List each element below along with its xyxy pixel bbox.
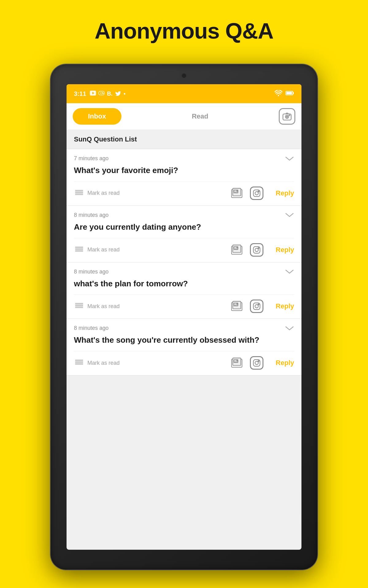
question-meta: 8 minutes ago: [74, 212, 294, 218]
question-meta: 7 minutes ago: [74, 155, 294, 162]
mark-read-button[interactable]: Mark as read: [74, 302, 231, 311]
stack-icon: [74, 189, 85, 198]
status-time: 3:11: [74, 90, 86, 97]
question-actions: Mark as read: [74, 181, 294, 205]
stack-icon: [74, 302, 85, 311]
svg-point-5: [102, 92, 103, 93]
battery-icon: [286, 91, 294, 97]
question-actions: Mark as read: [74, 238, 294, 262]
question-time: 8 minutes ago: [74, 212, 109, 218]
status-bar: 3:11: [67, 84, 301, 103]
svg-rect-28: [75, 247, 83, 248]
svg-point-14: [289, 115, 290, 116]
svg-point-55: [237, 360, 238, 361]
svg-rect-9: [286, 92, 292, 94]
b-icon: B.: [107, 91, 113, 97]
mark-read-label: Mark as read: [87, 303, 120, 310]
wifi-icon: [274, 90, 282, 97]
instagram-icon[interactable]: [250, 300, 263, 313]
svg-rect-17: [75, 190, 83, 191]
question-item: 8 minutes ago Are you currently dating a…: [67, 206, 301, 262]
action-icons: Reply: [231, 300, 294, 313]
mark-read-button[interactable]: Mark as read: [74, 246, 231, 254]
svg-rect-15: [75, 192, 83, 193]
stack-icon: [74, 246, 85, 254]
svg-point-25: [258, 191, 259, 192]
status-right: [274, 90, 294, 97]
question-actions: Mark as read: [74, 351, 294, 375]
question-time: 8 minutes ago: [74, 325, 109, 331]
question-text: What's the song you're currently obsesse…: [74, 335, 294, 345]
tablet-body: 3:11: [51, 64, 317, 570]
photo-icon[interactable]: [231, 300, 244, 312]
device-frame: 3:11: [51, 64, 317, 570]
action-icons: Reply: [231, 356, 294, 370]
tab-read[interactable]: Read: [125, 108, 276, 125]
svg-point-24: [255, 191, 259, 195]
photo-icon[interactable]: [231, 357, 244, 369]
status-left: 3:11: [74, 90, 126, 97]
question-text: What's your favorite emoji?: [74, 165, 294, 176]
svg-rect-49: [75, 363, 83, 365]
svg-point-58: [258, 361, 259, 362]
action-icons: Reply: [231, 187, 294, 200]
instagram-icon[interactable]: [250, 356, 263, 370]
svg-point-46: [255, 305, 259, 308]
svg-rect-27: [75, 250, 83, 252]
question-item: 8 minutes ago what's the plan for tomorr…: [67, 262, 301, 319]
svg-rect-48: [75, 361, 83, 363]
nav-tabs: Inbox Read: [67, 103, 301, 130]
chevron-down-icon[interactable]: [285, 212, 294, 218]
reply-button[interactable]: Reply: [276, 302, 294, 310]
mark-read-label: Mark as read: [87, 360, 120, 366]
more-icon: •: [124, 91, 126, 97]
svg-rect-39: [75, 303, 83, 304]
photo-icon[interactable]: [231, 187, 244, 199]
instagram-icon[interactable]: [250, 187, 263, 200]
svg-point-7: [278, 95, 279, 96]
tab-inbox[interactable]: Inbox: [73, 108, 121, 125]
twitter-icon: [115, 90, 121, 97]
svg-rect-38: [75, 307, 83, 308]
svg-rect-26: [75, 248, 83, 250]
svg-rect-50: [75, 360, 83, 361]
svg-point-57: [255, 361, 259, 365]
game-icon: [98, 91, 105, 97]
mark-read-label: Mark as read: [87, 190, 120, 196]
question-meta: 8 minutes ago: [74, 325, 294, 331]
status-icons: B. •: [90, 90, 126, 97]
reply-button[interactable]: Reply: [276, 246, 294, 254]
instagram-icon[interactable]: [250, 243, 263, 257]
svg-rect-10: [293, 92, 294, 94]
svg-rect-37: [75, 305, 83, 306]
mark-read-button[interactable]: Mark as read: [74, 359, 231, 367]
camera-lens: [181, 73, 187, 78]
mark-read-label: Mark as read: [87, 247, 120, 253]
chevron-down-icon[interactable]: [285, 325, 294, 331]
camera-nav-icon[interactable]: [279, 108, 295, 125]
question-item: 7 minutes ago What's your favorite emoji…: [67, 149, 301, 206]
svg-point-22: [237, 190, 238, 191]
question-actions: Mark as read: [74, 294, 294, 318]
chevron-down-icon[interactable]: [285, 156, 294, 162]
svg-point-33: [237, 247, 238, 248]
svg-point-47: [258, 304, 259, 305]
svg-rect-16: [75, 194, 83, 195]
question-text: what's the plan for tomorrow?: [74, 279, 294, 289]
reply-button[interactable]: Reply: [276, 189, 294, 197]
svg-point-36: [258, 247, 259, 248]
question-text: Are you currently dating anyone?: [74, 222, 294, 232]
stack-icon: [74, 359, 85, 367]
reply-button[interactable]: Reply: [276, 359, 294, 367]
action-icons: Reply: [231, 243, 294, 257]
tablet-screen: 3:11: [67, 84, 301, 550]
question-time: 7 minutes ago: [74, 155, 109, 162]
mark-read-button[interactable]: Mark as read: [74, 189, 231, 198]
question-time: 8 minutes ago: [74, 269, 109, 275]
section-header: SunQ Question List: [67, 130, 301, 149]
svg-point-13: [286, 116, 288, 117]
svg-point-6: [103, 93, 103, 94]
page-title: Anonymous Q&A: [0, 0, 368, 43]
chevron-down-icon[interactable]: [285, 269, 294, 275]
photo-icon[interactable]: [231, 244, 244, 256]
